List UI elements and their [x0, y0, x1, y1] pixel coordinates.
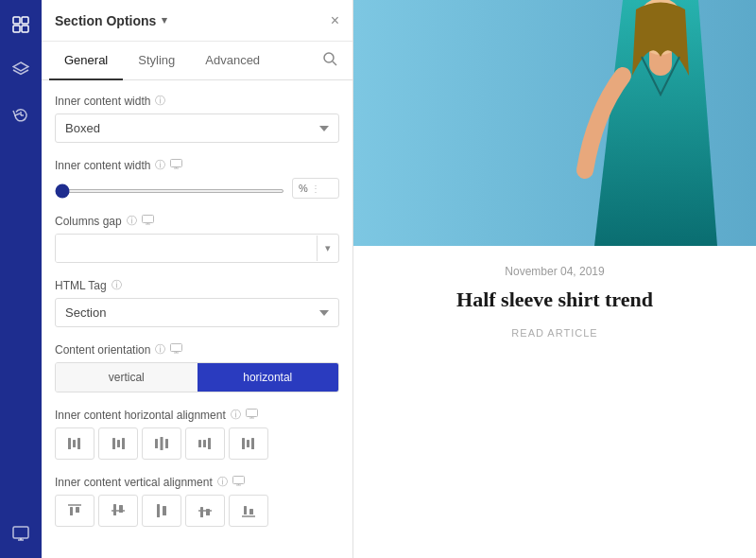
article-date: November 04, 2019: [391, 265, 718, 278]
slider-row: % ⋮: [55, 178, 339, 199]
monitor-icon-5: [232, 476, 245, 488]
svg-rect-50: [200, 507, 203, 517]
svg-rect-38: [232, 477, 244, 484]
svg-rect-1: [22, 17, 28, 24]
svg-rect-20: [246, 410, 257, 417]
svg-rect-53: [244, 506, 247, 514]
width-slider[interactable]: [55, 189, 284, 193]
tab-general[interactable]: General: [49, 42, 123, 80]
inner-content-width-select[interactable]: Boxed Full Width Custom: [55, 113, 339, 143]
hero-image: [353, 0, 756, 246]
orientation-horizontal-btn[interactable]: horizontal: [198, 363, 339, 392]
html-tag-label: HTML Tag ⓘ: [55, 278, 339, 292]
svg-rect-51: [206, 509, 210, 515]
content-area: November 04, 2019 Half sleeve shirt tren…: [353, 0, 756, 558]
h-alignment-group: Inner content horizontal alignment ⓘ: [55, 408, 339, 460]
svg-rect-11: [171, 160, 182, 167]
v-align-bottom-btn[interactable]: [229, 495, 268, 527]
tab-advanced[interactable]: Advanced: [190, 42, 275, 80]
monitor-icon-1: [170, 159, 182, 171]
monitor-icon-4: [246, 409, 258, 421]
svg-rect-54: [249, 509, 253, 514]
svg-rect-25: [77, 438, 80, 449]
html-tag-select[interactable]: Section Div Header Footer Main: [55, 298, 339, 327]
svg-rect-26: [112, 438, 115, 449]
svg-rect-0: [13, 17, 20, 24]
svg-rect-6: [13, 527, 28, 538]
article-title: Half sleeve shirt trend: [391, 288, 718, 312]
history-icon[interactable]: [6, 100, 36, 131]
columns-gap-group: Columns gap ⓘ ▾: [55, 214, 339, 263]
v-align-center-bottom-btn[interactable]: [185, 495, 225, 527]
tab-search-icon[interactable]: [316, 44, 345, 77]
read-article-link[interactable]: READ ARTICLE: [511, 327, 597, 339]
content-orientation-group: Content orientation ⓘ vertical horizonta…: [55, 342, 339, 392]
panel-title-chevron-icon[interactable]: ▾: [162, 14, 167, 26]
svg-rect-2: [13, 26, 20, 32]
panel-close-button[interactable]: ×: [331, 12, 339, 29]
help-icon-5: ⓘ: [155, 342, 165, 357]
panel-title: Section Options ▾: [55, 13, 167, 28]
panel-header: Section Options ▾ ×: [42, 0, 352, 42]
slider-container: [55, 180, 284, 197]
svg-line-10: [333, 61, 336, 65]
v-align-top-btn[interactable]: [55, 495, 94, 527]
h-alignment-label: Inner content horizontal alignment ⓘ: [55, 408, 339, 422]
svg-rect-33: [203, 440, 206, 447]
svg-rect-30: [161, 437, 163, 450]
help-icon-3: ⓘ: [127, 214, 137, 228]
layers-icon[interactable]: [6, 55, 36, 85]
screen-icon[interactable]: [6, 518, 36, 549]
slider-unit: % ⋮: [292, 178, 339, 199]
svg-rect-34: [208, 438, 211, 449]
slider-unit-dots[interactable]: ⋮: [311, 183, 320, 194]
tab-styling[interactable]: Styling: [123, 42, 190, 80]
columns-gap-dropdown-btn[interactable]: ▾: [317, 235, 338, 261]
svg-rect-14: [142, 216, 153, 223]
v-align-center-btn[interactable]: [142, 495, 181, 527]
h-align-center-btn[interactable]: [142, 427, 181, 460]
article-block: November 04, 2019 Half sleeve shirt tren…: [353, 246, 756, 359]
columns-gap-input[interactable]: [56, 235, 317, 262]
monitor-icon-2: [142, 215, 154, 227]
svg-rect-17: [171, 344, 182, 352]
svg-rect-23: [68, 438, 71, 449]
svg-rect-45: [113, 504, 116, 515]
svg-rect-46: [119, 505, 123, 513]
sidebar: [0, 0, 42, 558]
svg-rect-24: [73, 440, 76, 447]
svg-rect-29: [155, 439, 158, 448]
columns-gap-input-row: ▾: [55, 234, 339, 263]
v-alignment-label: Inner content vertical alignment ⓘ: [55, 475, 339, 489]
help-icon-7: ⓘ: [217, 475, 228, 489]
help-icon-1: ⓘ: [155, 94, 165, 108]
h-align-center-right-btn[interactable]: [185, 427, 225, 460]
grid-icon[interactable]: [6, 9, 36, 40]
section-options-panel: Section Options ▾ × General Styling Adva…: [42, 0, 353, 558]
svg-rect-32: [198, 440, 201, 447]
inner-content-width-slider-label: Inner content width ⓘ: [55, 158, 339, 172]
svg-rect-43: [76, 507, 79, 513]
orientation-vertical-btn[interactable]: vertical: [56, 363, 198, 392]
inner-content-width-slider-group: Inner content width ⓘ % ⋮: [55, 158, 339, 199]
panel-content: Inner content width ⓘ Boxed Full Width C…: [42, 80, 352, 558]
svg-rect-47: [157, 504, 160, 517]
tab-bar: General Styling Advanced: [42, 42, 352, 80]
content-orientation-label: Content orientation ⓘ: [55, 342, 339, 357]
panel-title-text: Section Options: [55, 13, 156, 28]
svg-rect-28: [122, 438, 125, 449]
help-icon-4: ⓘ: [112, 278, 122, 292]
h-align-left-btn[interactable]: [55, 427, 94, 460]
svg-rect-35: [242, 438, 245, 449]
html-tag-group: HTML Tag ⓘ Section Div Header Footer Mai…: [55, 278, 339, 327]
orientation-toggle-group: vertical horizontal: [55, 362, 339, 392]
svg-rect-48: [163, 506, 166, 515]
svg-rect-36: [247, 440, 249, 447]
help-icon-2: ⓘ: [155, 158, 165, 172]
h-align-right-btn[interactable]: [229, 427, 268, 460]
v-align-center-top-btn[interactable]: [98, 495, 138, 527]
h-align-center-left-btn[interactable]: [98, 427, 138, 460]
inner-content-width-label: Inner content width ⓘ: [55, 94, 339, 108]
v-alignment-group: Inner content vertical alignment ⓘ: [55, 475, 339, 527]
columns-gap-label: Columns gap ⓘ: [55, 214, 339, 228]
